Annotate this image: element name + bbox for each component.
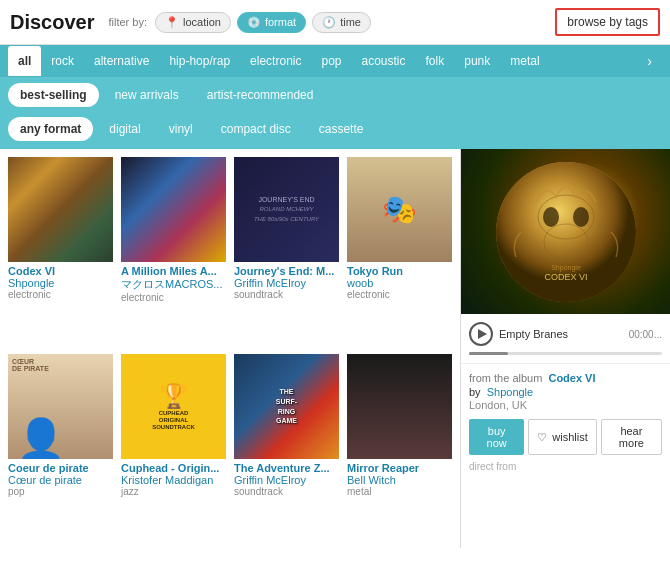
album-item-tokyo-run[interactable]: 🎭 Tokyo Run woob electronic: [347, 157, 452, 346]
album-item-codex-vi[interactable]: Codex VI Shpongle electronic: [8, 157, 113, 346]
genre-tab-rock[interactable]: rock: [41, 46, 84, 76]
hear-more-button[interactable]: hear more: [601, 419, 662, 455]
album-item-surfing-game[interactable]: THESURF-RINGGAME The Adventure Z... Grif…: [234, 354, 339, 540]
player-section: Empty Branes 00:00...: [461, 314, 670, 364]
format-tab-cassette[interactable]: cassette: [307, 117, 376, 141]
album-info-section: from the album Codex VI by Shpongle Lond…: [461, 364, 670, 548]
format-tab-digital[interactable]: digital: [97, 117, 152, 141]
right-panel: CODEX VI Shpongle Empty Branes 00:00...: [460, 149, 670, 548]
album-title-journey: Journey's End: M...: [234, 265, 339, 277]
album-artist-tokyo: woob: [347, 277, 452, 289]
album-genre-surfing: soundtrack: [234, 486, 339, 497]
album-title-surfing: The Adventure Z...: [234, 462, 339, 474]
action-buttons: buy now ♡ wishlist hear more: [469, 419, 662, 455]
filter-location-label: location: [183, 16, 221, 28]
filter-time-label: time: [340, 16, 361, 28]
more-genres-chevron[interactable]: ›: [637, 45, 662, 77]
sort-tab-best-selling[interactable]: best-selling: [8, 83, 99, 107]
featured-artist: Shpongle: [487, 386, 534, 398]
genre-tab-hiphop[interactable]: hip-hop/rap: [159, 46, 240, 76]
svg-point-4: [573, 207, 589, 227]
featured-art: CODEX VI Shpongle: [461, 149, 670, 314]
album-grid: Codex VI Shpongle electronic A Million M…: [0, 149, 460, 548]
browse-tags-button[interactable]: browse by tags: [555, 8, 660, 36]
genre-bar: all rock alternative hip-hop/rap electro…: [0, 45, 670, 77]
location-icon: 📍: [165, 16, 179, 29]
format-tab-vinyl[interactable]: vinyl: [157, 117, 205, 141]
genre-tab-acoustic[interactable]: acoustic: [352, 46, 416, 76]
genre-tab-pop[interactable]: pop: [311, 46, 351, 76]
genre-tab-punk[interactable]: punk: [454, 46, 500, 76]
album-artist-cuphead: Kristofer Maddigan: [121, 474, 226, 486]
filter-by-label: filter by:: [109, 16, 148, 28]
album-genre-million: electronic: [121, 292, 226, 303]
album-item-million-miles[interactable]: A Million Miles A... マクロスMACROS... elect…: [121, 157, 226, 346]
album-item-mirror-reaper[interactable]: Mirror Reaper Bell Witch metal: [347, 354, 452, 540]
by-artist-label: by Shpongle: [469, 386, 662, 398]
album-genre-codex-vi: electronic: [8, 289, 113, 300]
album-artist-surfing: Griffin McElroy: [234, 474, 339, 486]
svg-point-3: [543, 207, 559, 227]
track-name: Empty Branes: [499, 328, 623, 340]
filter-time[interactable]: 🕐 time: [312, 12, 371, 33]
track-time: 00:00...: [629, 329, 662, 340]
direct-from-label: direct from: [469, 461, 662, 472]
album-genre-mirror: metal: [347, 486, 452, 497]
album-title-mirror: Mirror Reaper: [347, 462, 452, 474]
album-title-codex-vi: Codex VI: [8, 265, 113, 277]
album-title-coeur: Coeur de pirate: [8, 462, 113, 474]
album-genre-cuphead: jazz: [121, 486, 226, 497]
filter-location[interactable]: 📍 location: [155, 12, 231, 33]
genre-tab-alternative[interactable]: alternative: [84, 46, 159, 76]
genre-tab-metal[interactable]: metal: [500, 46, 549, 76]
album-genre-coeur: pop: [8, 486, 113, 497]
svg-text:Shpongle: Shpongle: [551, 264, 581, 272]
buy-now-button[interactable]: buy now: [469, 419, 524, 455]
format-tab-compact-disc[interactable]: compact disc: [209, 117, 303, 141]
header: Discover filter by: 📍 location 💿 format …: [0, 0, 670, 45]
album-artist-codex-vi: Shpongle: [8, 277, 113, 289]
format-bar: any format digital vinyl compact disc ca…: [0, 113, 670, 149]
featured-album-name: Codex VI: [548, 372, 595, 384]
album-genre-tokyo: electronic: [347, 289, 452, 300]
main-content: Codex VI Shpongle electronic A Million M…: [0, 149, 670, 548]
album-artist-journey: Griffin McElroy: [234, 277, 339, 289]
play-button[interactable]: [469, 322, 493, 346]
genre-tab-all[interactable]: all: [8, 46, 41, 76]
album-genre-journey: soundtrack: [234, 289, 339, 300]
page-title: Discover: [10, 11, 95, 34]
from-album-label: from the album Codex VI: [469, 372, 662, 384]
artist-location: London, UK: [469, 399, 662, 411]
album-artist-mirror: Bell Witch: [347, 474, 452, 486]
filter-format[interactable]: 💿 format: [237, 12, 306, 33]
progress-bar[interactable]: [469, 352, 662, 355]
format-icon: 💿: [247, 16, 261, 29]
genre-tab-electronic[interactable]: electronic: [240, 46, 311, 76]
album-title-cuphead: Cuphead - Origin...: [121, 462, 226, 474]
sort-tab-artist-recommended[interactable]: artist-recommended: [195, 83, 326, 107]
sort-bar: best-selling new arrivals artist-recomme…: [0, 77, 670, 113]
wishlist-button[interactable]: ♡ wishlist: [528, 419, 596, 455]
album-title-million: A Million Miles A...: [121, 265, 226, 277]
play-icon: [478, 329, 487, 339]
album-item-journeys-end[interactable]: JOURNEY'S ENDROLAND MCHEWYTHE 80s/90s CE…: [234, 157, 339, 346]
genre-tab-folk[interactable]: folk: [416, 46, 455, 76]
sort-tab-new-arrivals[interactable]: new arrivals: [103, 83, 191, 107]
heart-icon: ♡: [537, 431, 547, 444]
album-title-tokyo: Tokyo Run: [347, 265, 452, 277]
svg-text:CODEX VI: CODEX VI: [544, 272, 587, 282]
progress-fill: [469, 352, 508, 355]
format-tab-any[interactable]: any format: [8, 117, 93, 141]
album-artist-million: マクロスMACROS...: [121, 277, 226, 292]
album-artist-coeur: Cœur de pirate: [8, 474, 113, 486]
time-icon: 🕐: [322, 16, 336, 29]
album-item-cuphead[interactable]: 🏆 CUPHEADORIGINALSOUNDTRACK Cuphead - Or…: [121, 354, 226, 540]
featured-album-art: CODEX VI Shpongle: [496, 162, 636, 302]
album-item-coeur-pirate[interactable]: 👤 CŒURDE PIRATE Coeur de pirate Cœur de …: [8, 354, 113, 540]
filter-format-label: format: [265, 16, 296, 28]
